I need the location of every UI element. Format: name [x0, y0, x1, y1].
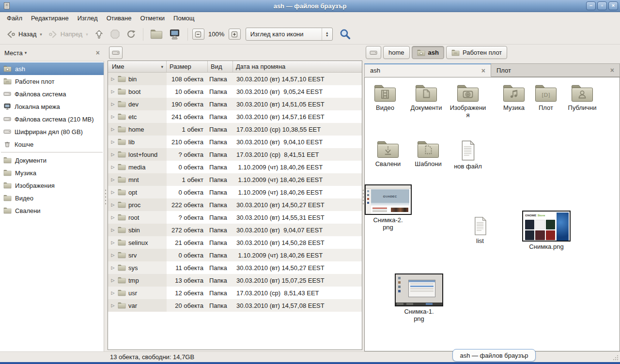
- tree-row-proc[interactable]: ▷proc222 обектаПапка30.03.2010 (вт) 14,5…: [108, 198, 362, 211]
- expander-icon[interactable]: ▷: [110, 215, 115, 220]
- expander-icon[interactable]: ▷: [110, 303, 115, 308]
- tree-row-home[interactable]: ▷home1 обектПапка17.03.2010 (ср) 10,38,5…: [108, 123, 362, 136]
- icon-item-downloads[interactable]: Свалени: [371, 140, 405, 167]
- expander-icon[interactable]: ▷: [110, 89, 115, 94]
- computer-button[interactable]: [166, 27, 183, 42]
- expander-icon[interactable]: ▷: [110, 190, 115, 195]
- path-button-desktop[interactable]: Работен плот: [446, 46, 507, 59]
- expander-icon[interactable]: ▷: [110, 102, 115, 106]
- menu-item-0[interactable]: Файл: [2, 13, 27, 23]
- sidebar-item-5[interactable]: Шифриран дял (80 GB): [0, 125, 104, 138]
- icon-item-documents[interactable]: Документи: [405, 84, 447, 111]
- expander-icon[interactable]: ▷: [110, 177, 115, 182]
- column-header-name[interactable]: Име ▾: [108, 61, 167, 72]
- tree-row-dev[interactable]: ▷dev190 обектаПапка30.03.2010 (вт) 14,51…: [108, 98, 362, 110]
- sidebar-item-1[interactable]: Работен плот: [0, 75, 104, 88]
- pane-splitter[interactable]: [104, 45, 108, 351]
- icon-item-videos[interactable]: Видео: [370, 84, 401, 111]
- menu-item-5[interactable]: Помощ: [169, 13, 199, 23]
- menu-item-4[interactable]: Отметки: [136, 13, 169, 23]
- path-button-home[interactable]: home: [383, 46, 410, 59]
- icon-item-pictures[interactable]: Изображения: [449, 84, 487, 119]
- tree-row-srv[interactable]: ▷srv0 обектаПапка 1.10.2009 (чт) 18,40,2…: [108, 249, 362, 261]
- sidebar-item-10[interactable]: Изображения: [0, 179, 104, 192]
- view-mode-select[interactable]: Изглед като икони ▲▼: [246, 28, 333, 41]
- icon-item-templates[interactable]: Шаблони: [410, 140, 446, 167]
- tree-row-media[interactable]: ▷media0 обектаПапка 1.10.2009 (чт) 18,40…: [108, 161, 362, 173]
- icon-item-public[interactable]: Публични: [562, 84, 602, 111]
- tree-row-bin[interactable]: ▷bin108 обектаПапка30.03.2010 (вт) 14,57…: [108, 73, 362, 85]
- expander-icon[interactable]: ▷: [110, 202, 115, 207]
- tree-row-usr[interactable]: ▷usr12 обектаПапка17.03.2010 (ср) 8,51,4…: [108, 287, 362, 299]
- back-button[interactable]: Назад ▾: [3, 28, 45, 41]
- tree-row-lib[interactable]: ▷lib210 обектаПапка30.03.2010 (вт) 9,04,…: [108, 136, 362, 148]
- reload-button[interactable]: [124, 27, 139, 41]
- forward-dropdown-icon[interactable]: ▾: [85, 32, 88, 37]
- sidebar-close-icon[interactable]: ×: [96, 49, 100, 57]
- tree-row-etc[interactable]: ▷etc241 обектаПапка30.03.2010 (вт) 14,57…: [108, 110, 362, 123]
- back-dropdown-icon[interactable]: ▾: [39, 32, 42, 37]
- icon-item-snimka[interactable]: GNOME Store Снимка.png: [521, 211, 572, 250]
- expander-icon[interactable]: ▷: [110, 228, 115, 232]
- path-button-ash[interactable]: ash: [412, 46, 444, 59]
- sidebar-item-3[interactable]: Локална мрежа: [0, 100, 104, 113]
- column-header-date[interactable]: Дата на промяна: [233, 61, 362, 72]
- zoom-in-button[interactable]: [229, 29, 241, 40]
- tree-row-sbin[interactable]: ▷sbin272 обектаПапка30.03.2010 (вт) 9,04…: [108, 224, 362, 236]
- root-location-button[interactable]: [109, 46, 123, 59]
- path-button-root[interactable]: [366, 46, 381, 59]
- tree-row-tmp[interactable]: ▷tmp13 обектаПапка30.03.2010 (вт) 15,07,…: [108, 274, 362, 287]
- expander-icon[interactable]: ▷: [110, 265, 115, 270]
- tab-close-icon[interactable]: ×: [610, 66, 614, 74]
- expander-icon[interactable]: ▷: [110, 278, 115, 283]
- spinner-icon[interactable]: ▲▼: [322, 28, 332, 40]
- sidebar-item-12[interactable]: Свалени: [0, 204, 104, 217]
- expander-icon[interactable]: ▷: [110, 240, 115, 245]
- forward-button[interactable]: Напред ▾: [46, 28, 91, 41]
- tab-ash[interactable]: ash×: [364, 63, 491, 77]
- expander-icon[interactable]: ▷: [110, 76, 115, 81]
- menu-item-3[interactable]: Отиване: [102, 13, 136, 23]
- tree-row-boot[interactable]: ▷boot10 обектаПапка30.03.2010 (вт) 9,05,…: [108, 85, 362, 98]
- icon-item-snimka-2[interactable]: GUADEC Снимка-2.png: [372, 184, 403, 231]
- sidebar-item-2[interactable]: Файлова система: [0, 88, 104, 100]
- expander-icon[interactable]: ▷: [110, 253, 115, 258]
- sidebar-item-6[interactable]: Кошче: [0, 138, 104, 151]
- sidebar-item-0[interactable]: ash: [0, 62, 104, 75]
- tree-row-var[interactable]: ▷var20 обектаПапка30.03.2010 (вт) 14,57,…: [108, 299, 362, 312]
- icon-item-snimka-1[interactable]: Снимка-1.png: [403, 273, 434, 323]
- sidebar-item-11[interactable]: Видео: [0, 192, 104, 204]
- sidebar-title[interactable]: Места: [4, 49, 23, 57]
- icon-item-list[interactable]: list: [465, 216, 495, 244]
- expander-icon[interactable]: ▷: [110, 290, 115, 295]
- stop-button[interactable]: [108, 27, 123, 41]
- up-button[interactable]: [92, 27, 107, 41]
- icon-item-new-file[interactable]: нов файл: [450, 140, 486, 170]
- expander-icon[interactable]: ▷: [110, 114, 115, 119]
- tree-row-root[interactable]: ▷root? обектаПапка30.03.2010 (вт) 14,55,…: [108, 211, 362, 224]
- menu-item-1[interactable]: Редактиране: [27, 13, 73, 23]
- zoom-out-button[interactable]: [192, 29, 204, 40]
- tree-row-sys[interactable]: ▷sys11 обектаПапка30.03.2010 (вт) 14,50,…: [108, 261, 362, 274]
- sidebar-item-9[interactable]: Музика: [0, 167, 104, 179]
- maximize-button[interactable]: ▫: [597, 1, 607, 10]
- menu-item-2[interactable]: Изглед: [73, 13, 102, 23]
- icon-item-music[interactable]: Музика: [497, 84, 530, 111]
- chevron-down-icon[interactable]: ▾: [25, 50, 27, 55]
- expander-icon[interactable]: ▷: [110, 139, 115, 144]
- column-header-size[interactable]: Размер: [167, 61, 208, 72]
- close-button[interactable]: ×: [608, 1, 618, 10]
- sidebar-item-8[interactable]: Документи: [0, 154, 104, 167]
- icon-item-desktop[interactable]: Плот: [531, 84, 560, 111]
- expander-icon[interactable]: ▷: [110, 152, 115, 157]
- tree-row-lost+found[interactable]: ▷lost+found? обектаПапка17.03.2010 (ср) …: [108, 148, 362, 161]
- tab-close-icon[interactable]: ×: [481, 67, 485, 75]
- expander-icon[interactable]: ▷: [110, 127, 115, 132]
- tree-row-selinux[interactable]: ▷selinux21 обектаПапка30.03.2010 (вт) 14…: [108, 236, 362, 249]
- tab-Плот[interactable]: Плот×: [491, 63, 620, 77]
- tree-row-opt[interactable]: ▷opt0 обектаПапка 1.10.2009 (чт) 18,40,2…: [108, 186, 362, 198]
- minimize-button[interactable]: –: [586, 1, 596, 10]
- sidebar-item-4[interactable]: Файлова система (210 MB): [0, 113, 104, 125]
- expander-icon[interactable]: ▷: [110, 165, 115, 169]
- home-button[interactable]: [148, 27, 165, 41]
